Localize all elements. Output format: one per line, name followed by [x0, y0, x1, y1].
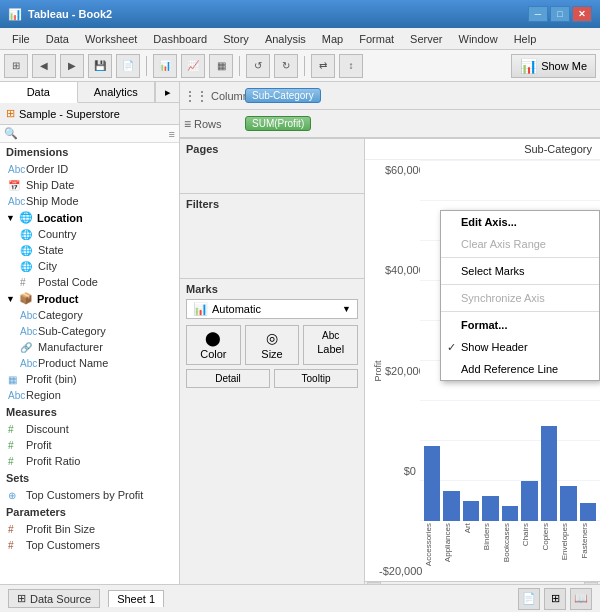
marks-dropdown-label: Automatic — [212, 303, 261, 315]
toolbar-refresh2-btn[interactable]: ↻ — [274, 54, 298, 78]
toolbar-swap-btn[interactable]: ⇄ — [311, 54, 335, 78]
sidebar-item-topcustomers[interactable]: # Top Customers — [0, 537, 179, 553]
menu-format[interactable]: Format — [351, 31, 402, 47]
sidebar-item-manufacturer[interactable]: 🔗 Manufacturer — [0, 339, 179, 355]
scroll-right-arrow[interactable]: ▶ — [584, 582, 598, 585]
hash-icon-topcustomers: # — [8, 540, 22, 551]
menu-worksheet[interactable]: Worksheet — [77, 31, 145, 47]
shelf-area: ⋮⋮ Columns Sub-Category ≡ Rows SUM(Profi… — [180, 82, 600, 139]
box-icon-product: 📦 — [19, 292, 33, 305]
group-location[interactable]: ▼ 🌐 Location — [0, 209, 179, 226]
sidebar-item-profitbinsize[interactable]: # Profit Bin Size — [0, 521, 179, 537]
toolbar-save-btn[interactable]: 💾 — [88, 54, 112, 78]
sidebar-item-postalcode[interactable]: # Postal Code — [0, 274, 179, 290]
ctx-selectmarks[interactable]: Select Marks — [441, 260, 599, 282]
x-label-appliances: Appliances — [443, 523, 459, 562]
sidebar-label-productname: Product Name — [38, 357, 108, 369]
menu-map[interactable]: Map — [314, 31, 351, 47]
ctx-showheader[interactable]: Show Header — [441, 336, 599, 358]
marks-label-btn[interactable]: Abc Label — [303, 325, 358, 365]
abc-icon-category: Abc — [20, 310, 34, 321]
ctx-format[interactable]: Format... — [441, 314, 599, 336]
y-axis-label-rotate: Profit — [373, 360, 383, 381]
menu-server[interactable]: Server — [402, 31, 450, 47]
sidebar-item-productname[interactable]: Abc Product Name — [0, 355, 179, 371]
sidebar-item-profitbin[interactable]: ▦ Profit (bin) — [0, 371, 179, 387]
menu-dashboard[interactable]: Dashboard — [145, 31, 215, 47]
toolbar-chart3-btn[interactable]: ▦ — [209, 54, 233, 78]
sidebar-item-topsets[interactable]: ⊕ Top Customers by Profit — [0, 487, 179, 503]
bar-appliances[interactable] — [443, 491, 459, 521]
sidebar-item-region[interactable]: Abc Region — [0, 387, 179, 403]
toolbar-refresh-btn[interactable]: ↺ — [246, 54, 270, 78]
close-button[interactable]: ✕ — [572, 6, 592, 22]
bar-copiers[interactable] — [541, 426, 557, 521]
sidebar-item-category[interactable]: Abc Category — [0, 307, 179, 323]
bar-chairs[interactable] — [521, 481, 537, 521]
sidebar-item-state[interactable]: 🌐 State — [0, 242, 179, 258]
sidebar-item-shipmode[interactable]: Abc Ship Mode — [0, 193, 179, 209]
search-input[interactable] — [21, 128, 169, 140]
ctx-sep-2 — [441, 284, 599, 285]
bar-bookcases[interactable] — [502, 506, 518, 521]
sidebar-item-subcategory[interactable]: Abc Sub-Category — [0, 323, 179, 339]
sidebar-item-discount[interactable]: # Discount — [0, 421, 179, 437]
title-bar: 📊 Tableau - Book2 ─ □ ✕ — [0, 0, 600, 28]
ctx-addrefline[interactable]: Add Reference Line — [441, 358, 599, 380]
minimize-button[interactable]: ─ — [528, 6, 548, 22]
show-me-button[interactable]: 📊 Show Me — [511, 54, 596, 78]
group-product[interactable]: ▼ 📦 Product — [0, 290, 179, 307]
sidebar-item-orderid[interactable]: Abc Order ID — [0, 161, 179, 177]
toolbar-new-btn[interactable]: 📄 — [116, 54, 140, 78]
tab-analytics[interactable]: Analytics — [78, 82, 156, 102]
toolbar-chart2-btn[interactable]: 📈 — [181, 54, 205, 78]
bar-art[interactable] — [463, 501, 479, 521]
hash-icon-profitratio: # — [8, 456, 22, 467]
rows-pill-sumprofit[interactable]: SUM(Profit) — [245, 116, 311, 131]
horizontal-scrollbar[interactable]: ◀ ▶ — [365, 581, 600, 584]
toolbar-sort-btn[interactable]: ↕ — [339, 54, 363, 78]
new-dashboard-btn[interactable]: ⊞ — [544, 588, 566, 610]
toolbar-chart-btn[interactable]: 📊 — [153, 54, 177, 78]
new-sheet-btn[interactable]: 📄 — [518, 588, 540, 610]
columns-pill-subcategory[interactable]: Sub-Category — [245, 88, 321, 103]
globe-icon-location: 🌐 — [19, 211, 33, 224]
x-label-fasteners: Fasteners — [580, 523, 596, 559]
sidebar-item-profit[interactable]: # Profit — [0, 437, 179, 453]
menu-analysis[interactable]: Analysis — [257, 31, 314, 47]
toolbar-grid-btn[interactable]: ⊞ — [4, 54, 28, 78]
sidebar-item-city[interactable]: 🌐 City — [0, 258, 179, 274]
marks-detail-btn[interactable]: Detail — [186, 369, 270, 388]
sidebar-item-profitratio[interactable]: # Profit Ratio — [0, 453, 179, 469]
menu-story[interactable]: Story — [215, 31, 257, 47]
sidebar-item-country[interactable]: 🌐 Country — [0, 226, 179, 242]
marks-size-btn[interactable]: ◎ Size — [245, 325, 300, 365]
toolbar-forward-btn[interactable]: ▶ — [60, 54, 84, 78]
menu-file[interactable]: File — [4, 31, 38, 47]
bar-fasteners[interactable] — [580, 503, 596, 521]
sidebar-label-profit: Profit — [26, 439, 52, 451]
maximize-button[interactable]: □ — [550, 6, 570, 22]
menu-data[interactable]: Data — [38, 31, 77, 47]
new-story-btn[interactable]: 📖 — [570, 588, 592, 610]
sidebar-label-postalcode: Postal Code — [38, 276, 98, 288]
marks-tooltip-btn[interactable]: Tooltip — [274, 369, 358, 388]
bar-accessories[interactable] — [424, 446, 440, 521]
marks-dropdown[interactable]: 📊 Automatic ▼ — [186, 299, 358, 319]
sheet1-tab[interactable]: Sheet 1 — [108, 590, 164, 607]
bar-envelopes[interactable] — [560, 486, 576, 521]
filters-title: Filters — [186, 198, 358, 210]
sidebar-collapse-btn[interactable]: ▸ — [155, 82, 179, 102]
sidebar-item-shipdate[interactable]: 📅 Ship Date — [0, 177, 179, 193]
x-label-accessories: Accessories — [424, 523, 440, 566]
datasource-tab-label: Data Source — [30, 593, 91, 605]
menu-window[interactable]: Window — [451, 31, 506, 47]
bar-binders[interactable] — [482, 496, 498, 521]
menu-help[interactable]: Help — [506, 31, 545, 47]
toolbar-back-btn[interactable]: ◀ — [32, 54, 56, 78]
tab-data[interactable]: Data — [0, 82, 78, 103]
scroll-left-arrow[interactable]: ◀ — [367, 582, 381, 585]
marks-color-btn[interactable]: ⬤ Color — [186, 325, 241, 365]
datasource-tab[interactable]: ⊞ Data Source — [8, 589, 100, 608]
ctx-editaxis[interactable]: Edit Axis... — [441, 211, 599, 233]
